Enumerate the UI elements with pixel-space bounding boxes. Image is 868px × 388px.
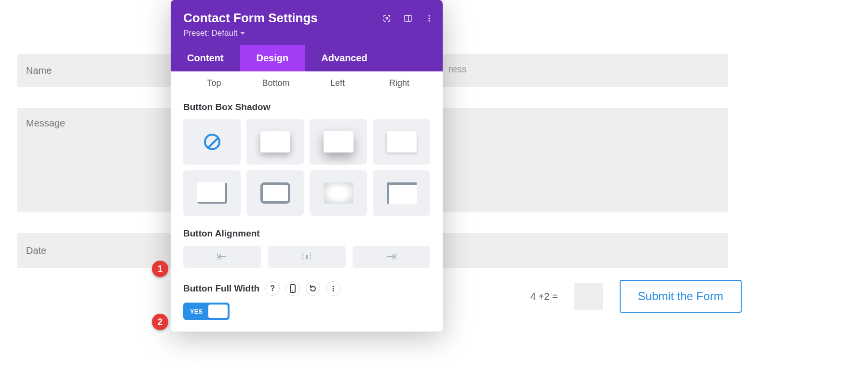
align-right-button[interactable]	[353, 246, 430, 268]
full-width-label: Button Full Width	[183, 283, 259, 294]
toggle-yes-label: YES	[185, 308, 207, 315]
align-center-button[interactable]	[268, 246, 345, 268]
shadow-option-none[interactable]	[183, 119, 241, 165]
caret-down-icon	[240, 32, 245, 35]
annotation-badge-1: 1	[152, 261, 168, 277]
toggle-knob	[208, 305, 228, 318]
help-icon[interactable]: ?	[265, 281, 280, 296]
option-more-icon[interactable]	[326, 281, 340, 296]
more-icon[interactable]	[424, 14, 434, 23]
shadow-swatch	[260, 131, 290, 152]
annotation-badge-2: 2	[152, 314, 168, 330]
panel-header: Contact Form Settings Preset: Default	[171, 0, 443, 45]
tab-content[interactable]: Content	[171, 45, 240, 71]
shadow-option-7[interactable]	[373, 170, 430, 216]
expand-icon[interactable]	[382, 14, 392, 23]
captcha-question: 4 +2 =	[530, 291, 558, 302]
svg-rect-10	[306, 255, 308, 259]
preset-label: Preset: Default	[183, 28, 237, 38]
shadow-swatch	[324, 131, 353, 152]
tab-advanced[interactable]: Advanced	[305, 45, 384, 71]
svg-rect-0	[386, 18, 388, 19]
alignment-section-title: Button Alignment	[183, 228, 430, 239]
svg-point-15	[333, 286, 334, 287]
svg-point-16	[333, 288, 334, 290]
responsive-icon[interactable]	[285, 281, 300, 296]
align-left-button[interactable]	[183, 246, 261, 268]
captcha-input[interactable]	[574, 283, 603, 310]
email-trailing-text: ress	[448, 64, 467, 74]
shadow-option-4[interactable]	[183, 170, 241, 216]
shadow-option-5[interactable]	[246, 170, 304, 216]
svg-point-3	[429, 15, 430, 16]
spacing-left-label: Left	[307, 78, 368, 88]
shadow-option-1[interactable]	[246, 119, 304, 165]
preset-dropdown[interactable]: Preset: Default	[183, 28, 430, 38]
box-shadow-section-title: Button Box Shadow	[183, 102, 430, 112]
box-shadow-options	[183, 119, 430, 216]
shadow-option-3[interactable]	[373, 119, 430, 165]
shadow-swatch	[324, 182, 353, 204]
sidebar-layout-icon[interactable]	[403, 14, 413, 23]
settings-panel: Contact Form Settings Preset: Default Co…	[171, 0, 443, 332]
spacing-right-label: Right	[368, 78, 430, 88]
svg-point-17	[333, 290, 334, 291]
shadow-swatch	[387, 182, 417, 204]
spacing-labels-row: Top Bottom Left Right	[183, 71, 430, 99]
tab-design[interactable]: Design	[240, 45, 305, 71]
panel-header-actions	[382, 14, 434, 23]
svg-point-14	[292, 291, 293, 291]
full-width-row: Button Full Width ?	[183, 281, 430, 296]
shadow-swatch	[260, 182, 290, 204]
panel-body: Top Bottom Left Right Button Box Shadow …	[171, 71, 443, 332]
full-width-toggle[interactable]: YES	[183, 303, 230, 320]
settings-tabs: Content Design Advanced	[171, 45, 443, 71]
reset-icon[interactable]	[306, 281, 320, 296]
shadow-swatch	[387, 131, 417, 152]
shadow-swatch	[197, 182, 227, 204]
shadow-option-2[interactable]	[310, 119, 367, 165]
svg-point-5	[429, 20, 430, 22]
shadow-option-6[interactable]	[310, 170, 367, 216]
submit-button[interactable]: Submit the Form	[620, 280, 742, 313]
spacing-top-label: Top	[183, 78, 245, 88]
svg-point-4	[429, 18, 430, 19]
alignment-options	[183, 246, 430, 268]
no-shadow-icon	[204, 134, 220, 150]
spacing-bottom-label: Bottom	[245, 78, 307, 88]
